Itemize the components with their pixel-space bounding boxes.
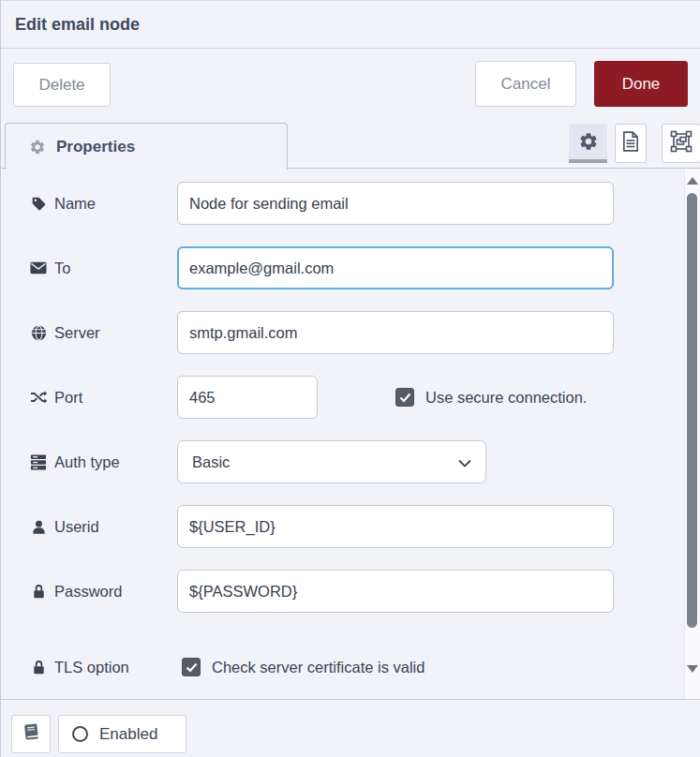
enabled-toggle-button[interactable]: Enabled (58, 715, 186, 753)
scroll-up-arrow[interactable] (687, 177, 698, 185)
done-button[interactable]: Done (594, 61, 688, 107)
server-label: Server (1, 324, 177, 342)
scrollbar-thumb[interactable] (687, 193, 697, 628)
circle-icon (72, 726, 88, 742)
lock-icon (29, 660, 48, 675)
to-input[interactable] (177, 246, 614, 289)
form-row-tls: TLS option Check server certificate is v… (1, 653, 684, 681)
tls-label: TLS option (1, 659, 177, 676)
password-label: Password (1, 583, 177, 601)
name-input[interactable] (177, 182, 614, 225)
enabled-label: Enabled (99, 725, 157, 744)
lock-icon (29, 584, 48, 599)
node-help-button[interactable] (11, 715, 51, 753)
server-icon (29, 454, 48, 470)
secure-connection-checkbox[interactable] (395, 388, 414, 407)
form-row-auth-type: Auth type Basic (1, 440, 684, 483)
scrollbar[interactable] (684, 169, 700, 699)
book-icon (22, 723, 40, 745)
gear-icon (28, 139, 47, 156)
name-label: Name (1, 195, 177, 213)
description-button[interactable] (615, 124, 647, 163)
server-input[interactable] (177, 311, 614, 354)
form-row-password: Password (1, 570, 684, 613)
check-certificate-checkbox[interactable] (182, 658, 201, 676)
form-row-server: Server (1, 311, 684, 354)
tab-properties[interactable]: Properties (5, 123, 288, 170)
form-row-userid: Userid (1, 505, 684, 548)
tab-properties-label: Properties (56, 138, 135, 156)
globe-icon (29, 325, 48, 341)
dialog-header: Edit email node (1, 1, 700, 49)
port-label: Port (1, 389, 177, 407)
form-row-to: To (1, 246, 684, 289)
tab-bar: Properties (1, 121, 700, 169)
userid-input[interactable] (177, 505, 614, 548)
user-icon (29, 519, 48, 535)
cancel-button[interactable]: Cancel (475, 61, 576, 107)
form-row-name: Name (1, 182, 684, 225)
delete-button[interactable]: Delete (13, 63, 111, 107)
form-row-port: Port Use secure connection. (1, 376, 684, 419)
auth-type-value: Basic (192, 453, 230, 471)
port-input[interactable] (177, 376, 318, 419)
dialog-footer: Enabled (1, 700, 700, 757)
check-certificate-label: Check server certificate is valid (212, 659, 424, 676)
appearance-button[interactable] (662, 124, 700, 163)
auth-type-select[interactable]: Basic (177, 440, 486, 483)
chevron-down-icon (458, 453, 471, 471)
userid-label: Userid (1, 518, 177, 536)
scroll-down-arrow[interactable] (687, 665, 698, 673)
properties-gear-button[interactable] (569, 124, 607, 163)
edit-email-node-dialog: Edit email node Delete Cancel Done Prope… (0, 0, 700, 757)
to-label: To (1, 260, 177, 277)
envelope-icon (29, 261, 48, 275)
gear-icon (578, 131, 599, 156)
appearance-icon (670, 130, 693, 156)
dialog-title: Edit email node (15, 15, 140, 35)
tag-icon (29, 196, 48, 212)
auth-type-label: Auth type (1, 453, 177, 471)
properties-form: Name To Server (1, 169, 700, 700)
secure-connection-label: Use secure connection. (425, 389, 587, 407)
shuffle-icon (29, 390, 48, 405)
document-icon (622, 131, 639, 156)
password-input[interactable] (177, 570, 614, 613)
